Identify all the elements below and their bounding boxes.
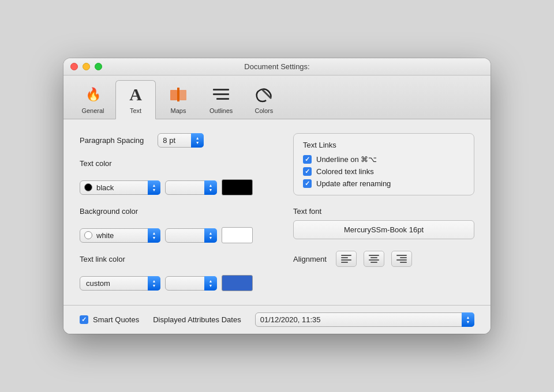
align-left-button[interactable] — [336, 251, 357, 267]
main-content: Paragraph Spacing 4 pt 6 pt 8 pt 10 pt 1… — [63, 119, 491, 305]
align-right-button[interactable] — [391, 251, 412, 267]
bottom-bar: Smart Quotes Displayed Attributes Dates … — [63, 305, 491, 334]
displayed-attributes-dates-label: Displayed Attributes Dates — [153, 315, 241, 324]
text-color-select[interactable]: black white custom — [80, 180, 160, 195]
text-color-extra-select-wrapper — [165, 180, 217, 195]
svg-rect-12 — [369, 259, 379, 261]
outlines-icon — [211, 84, 231, 105]
alignment-row: Alignment — [293, 251, 474, 267]
svg-rect-17 — [400, 262, 407, 263]
window-controls — [70, 63, 102, 70]
align-center-icon — [369, 254, 379, 263]
text-links-title: Text Links — [303, 141, 465, 149]
alignment-label: Alignment — [293, 255, 327, 263]
checkbox-colored-row: Colored text links — [303, 167, 465, 176]
checkbox-colored[interactable] — [303, 167, 312, 176]
text-color-extra-select[interactable] — [165, 180, 217, 195]
main-window: Document Settings: 🔥 General A Text Maps — [63, 58, 491, 334]
svg-rect-11 — [370, 257, 377, 258]
maximize-button[interactable] — [95, 63, 102, 70]
smart-quotes-row: Smart Quotes — [80, 315, 139, 324]
paragraph-spacing-select[interactable]: 4 pt 6 pt 8 pt 10 pt 12 pt — [158, 133, 204, 148]
tab-text[interactable]: A Text — [115, 80, 156, 119]
checkbox-underline-label: Underline on ⌘⌥ — [316, 155, 377, 164]
svg-rect-14 — [396, 255, 407, 256]
text-color-swatch[interactable] — [222, 179, 253, 195]
dates-select-wrapper: 01/12/2020, 11:35 — [255, 312, 474, 327]
close-button[interactable] — [70, 63, 78, 70]
svg-rect-4 — [213, 93, 229, 95]
svg-rect-15 — [400, 257, 407, 258]
colors-icon — [253, 84, 274, 105]
svg-rect-8 — [341, 259, 351, 261]
bg-color-select-wrapper: black white custom — [80, 228, 160, 243]
tab-colors-label: Colors — [254, 107, 273, 114]
svg-rect-0 — [170, 90, 177, 100]
text-link-color-label: Text link color — [80, 255, 261, 263]
tab-general[interactable]: 🔥 General — [73, 80, 113, 119]
svg-rect-5 — [216, 98, 229, 100]
svg-rect-13 — [370, 262, 377, 263]
align-center-button[interactable] — [364, 251, 384, 267]
tab-general-label: General — [81, 107, 104, 114]
text-color-label: Text color — [80, 159, 261, 168]
paragraph-spacing-label: Paragraph Spacing — [80, 136, 144, 145]
minimize-button[interactable] — [83, 63, 90, 70]
background-color-label: Background color — [80, 207, 261, 216]
left-column: Paragraph Spacing 4 pt 6 pt 8 pt 10 pt 1… — [80, 133, 277, 293]
text-icon: A — [125, 84, 146, 105]
text-color-select-wrapper: black white custom — [80, 180, 160, 195]
text-link-color-row: black white custom — [80, 275, 261, 291]
tab-colors[interactable]: Colors — [244, 80, 284, 119]
link-color-extra-select[interactable] — [165, 276, 217, 291]
smart-quotes-checkbox[interactable] — [80, 315, 88, 324]
window-title: Document Settings: — [244, 62, 309, 71]
tab-outlines-label: Outlines — [209, 107, 233, 114]
link-color-select[interactable]: black white custom — [80, 276, 160, 291]
tab-maps-label: Maps — [171, 107, 186, 114]
align-left-icon — [341, 254, 351, 263]
smart-quotes-label: Smart Quotes — [93, 315, 139, 324]
background-color-row: black white custom — [80, 227, 261, 243]
right-column: Text Links Underline on ⌘⌥ Colored text … — [277, 133, 474, 293]
checkbox-update[interactable] — [303, 179, 312, 188]
svg-rect-3 — [213, 89, 229, 91]
bg-color-select[interactable]: black white custom — [80, 228, 160, 243]
paragraph-spacing-select-wrapper: 4 pt 6 pt 8 pt 10 pt 12 pt — [158, 133, 204, 148]
checkbox-colored-label: Colored text links — [316, 167, 374, 176]
svg-rect-2 — [179, 90, 186, 100]
svg-rect-1 — [177, 88, 179, 101]
bg-color-extra-select[interactable] — [165, 228, 217, 243]
link-color-select-wrapper: black white custom — [80, 276, 160, 291]
text-font-label: Text font — [293, 207, 474, 216]
paragraph-spacing-row: Paragraph Spacing 4 pt 6 pt 8 pt 10 pt 1… — [80, 133, 261, 148]
titlebar: Document Settings: — [63, 58, 491, 76]
checkbox-underline[interactable] — [303, 155, 312, 164]
checkbox-update-row: Update after renaming — [303, 179, 465, 188]
svg-rect-6 — [341, 255, 351, 256]
tab-outlines[interactable]: Outlines — [201, 80, 241, 119]
link-color-swatch[interactable] — [222, 275, 253, 291]
text-color-row: black white custom — [80, 179, 261, 195]
bg-color-extra-select-wrapper — [165, 228, 217, 243]
link-color-extra-select-wrapper — [165, 276, 217, 291]
svg-rect-9 — [341, 262, 348, 263]
bg-color-swatch[interactable] — [222, 227, 253, 243]
dates-select[interactable]: 01/12/2020, 11:35 — [255, 312, 474, 327]
align-right-icon — [396, 254, 407, 263]
general-icon: 🔥 — [83, 84, 103, 105]
checkbox-underline-row: Underline on ⌘⌥ — [303, 155, 465, 164]
maps-icon — [168, 84, 189, 105]
toolbar: 🔥 General A Text Maps — [63, 76, 491, 119]
tab-maps[interactable]: Maps — [158, 80, 199, 119]
svg-rect-10 — [369, 255, 379, 256]
text-font-display[interactable]: MercurySSm-Book 16pt — [293, 220, 474, 239]
checkbox-update-label: Update after renaming — [316, 179, 391, 188]
text-links-box: Text Links Underline on ⌘⌥ Colored text … — [293, 133, 474, 195]
svg-rect-7 — [341, 257, 348, 258]
svg-rect-16 — [396, 259, 407, 261]
tab-text-label: Text — [130, 107, 141, 114]
